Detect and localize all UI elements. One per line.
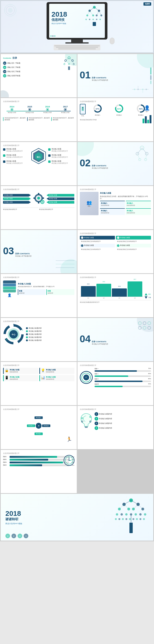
svg-line-12 [90,7,94,11]
bullet-1: 单击输入标题单击输入内容说明文字 [3,148,29,152]
svg-point-7 [86,19,87,20]
svg-line-127 [124,504,129,509]
svg-point-69 [37,197,40,200]
section03-label: 目录 CONTENTS [15,252,32,255]
svg-text:力: 力 [22,329,23,331]
svg-point-122 [140,518,141,520]
slide-section01: 01 目录 CONTENTS 单击输入本节标题内容 [78,54,154,97]
section04-label: 目录 CONTENTS [92,340,108,343]
slide-label-datatable: 点击添加标题标题文字 [3,452,74,454]
svg-line-129 [138,504,143,509]
slide-stats: 点击添加标题标题文字 手机 [78,98,154,141]
svg-line-28 [66,58,69,60]
svg-point-35 [134,89,135,90]
slide-label-hex: 点击添加标题标题文字 [3,144,74,147]
contents-num-3: 03 [3,70,6,73]
slide-label-db: 点击添加标题标题文字 [3,276,74,278]
contents-num-4: 04 [3,74,6,78]
slide-label-stats: 点击添加标题标题文字 [80,100,151,103]
slide-timeline: 点击添加标题标题文字 2014 单击输入内容 2015 单击输入内容 [1,98,77,141]
thankyou-year: 2018 [6,510,22,517]
svg-text:龙: 龙 [13,324,14,325]
svg-point-119 [129,518,131,520]
section04-num: 04 [80,334,91,344]
svg-point-99 [68,460,70,461]
hero-year: 2018 [52,11,67,18]
svg-line-126 [119,504,124,509]
slide-label-cycle: 点击添加标题标题文字 [3,320,74,322]
svg-point-110 [125,513,128,516]
contents-num-1: 01 [3,62,6,65]
slide-lightbulb: 点击添加标题标题文字 [78,406,154,449]
svg-text:财: 财 [20,339,22,340]
contents-item-4: 04 请输入第四节标题 [3,74,74,78]
slide-label-bars: 点击添加标题标题文字 [80,276,151,278]
svg-point-115 [115,518,117,520]
slide-thankyou: 2018 谢谢聆听 商业计划书PPT模板 [1,494,153,540]
svg-line-124 [124,500,131,504]
bullet-3: 单击输入标题单击输入内容说明文字 [3,160,29,164]
section02-desc: 单击输入本节标题内容 [92,167,108,169]
svg-text:专: 专 [4,329,6,331]
svg-line-63 [138,148,142,154]
svg-point-109 [120,513,123,516]
slide-label-gears: 点击添加标题标题文字 [3,188,74,191]
svg-point-76 [42,202,43,202]
svg-rect-18 [93,22,96,26]
slide-label-table: 点击添加标题标题文字 [80,232,151,235]
svg-point-120 [132,518,134,520]
bullet-5: 单击输入标题单击输入内容说明文字 [48,154,74,158]
slide-label-progress: 点击添加标题标题文字 [80,364,151,366]
svg-line-128 [134,504,138,509]
hero-title: 信息科技 [52,18,67,22]
svg-point-11 [100,19,101,20]
body-text: 单击此处添加说明文字内容 [80,119,151,121]
slide-data-table: 点击添加标题标题文字 指标1 80% 指标2 65% [1,450,77,493]
svg-point-10 [96,19,97,20]
thankyou-sub: 商业计划书PPT模板 [6,522,22,525]
slide-cycle: 点击添加标题标题文字 中心 龙 力 财 [1,318,77,361]
svg-line-16 [97,11,99,16]
bullet-4: 单击输入标题单击输入内容说明文字 [48,148,74,152]
svg-line-64 [142,148,147,154]
slide-progress: 点击添加标题标题文字 ⏱ [78,362,154,405]
slide-hexagon: 点击添加标题标题文字 单击输入标题单击输入内容说明文字 单击输入标题单击输入内容… [1,142,77,185]
svg-rect-33 [68,66,70,70]
svg-line-29 [69,58,72,60]
svg-line-15 [90,11,93,16]
svg-rect-44 [82,110,83,110]
section01-label: 目录 CONTENTS [92,76,108,79]
slide-section02: 02 目录 CONTENTS 单击输入本节标题内容 [78,142,154,185]
slide-diamond: 点击添加标题标题文字 ★ 单击输入 单击输入 单击输入 单击输入 🏃 [1,406,77,449]
svg-line-14 [87,11,90,16]
thankyou-msg: 谢谢聆听 [6,517,22,522]
svg-point-9 [92,19,94,20]
svg-line-125 [131,500,138,504]
svg-line-17 [99,11,101,16]
section01-desc: 单击输入本节标题内容 [92,79,108,82]
section02-label: 目录 CONTENTS [92,164,108,167]
svg-rect-70 [38,193,39,195]
slide-label-timeline: 点击添加标题标题文字 [3,100,74,103]
slide-contents: Contents 目录 [1,54,77,97]
svg-point-113 [139,513,142,516]
section01-num: 01 [80,70,91,80]
svg-rect-72 [34,198,35,199]
slide-people: 点击添加标题标题文字 👥 团队 单击输入标题 单击此处添加正文内容，建议使用微软… [78,186,154,229]
svg-point-123 [143,518,145,520]
svg-point-117 [122,518,124,520]
slide-section04: 04 目录 CONTENTS 单击输入本节标题内容 [78,318,154,361]
svg-rect-71 [38,202,39,204]
slide-table-list: 点击添加标题标题文字 1 单击输入标题 单击此处添加正文内容说明文字 3 单击输… [78,230,154,273]
contents-num-2: 02 [3,66,6,69]
slide-barchart-arrows: 点击添加标题标题文字 2014 2015 2016 [78,274,154,317]
svg-rect-43 [82,108,83,109]
slide-label-diamond: 点击添加标题标题文字 [3,408,74,410]
section02-num: 02 [80,158,91,168]
svg-rect-42 [82,107,83,108]
svg-rect-73 [42,198,44,199]
svg-point-38 [146,89,147,90]
contents-title-cn: 目录 [12,56,17,60]
brand-badge: 包图网 [144,2,151,6]
section03-num: 03 [3,246,14,256]
